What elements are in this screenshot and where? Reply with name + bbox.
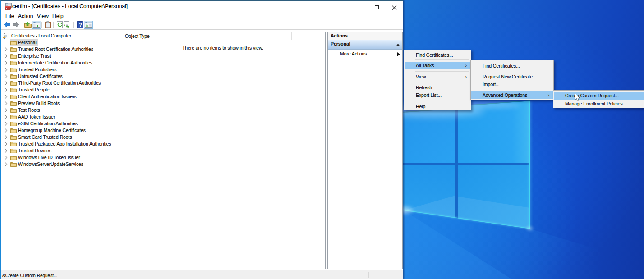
svg-text:?: ? xyxy=(79,22,82,27)
